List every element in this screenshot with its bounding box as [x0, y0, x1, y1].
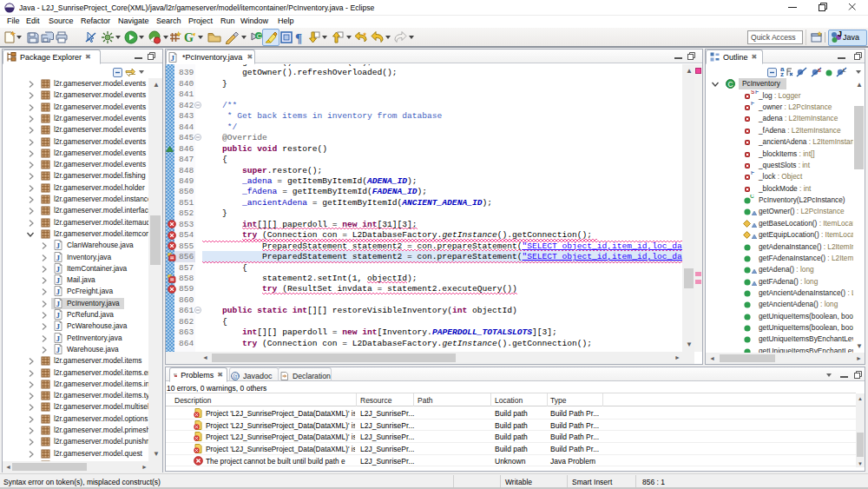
svg-text:J: J: [56, 276, 61, 285]
svg-text:J: J: [56, 287, 61, 296]
svg-text:J: J: [56, 299, 61, 307]
svg-text:¶: ¶: [295, 31, 302, 44]
svg-text:J: J: [56, 241, 61, 250]
svg-text:J: J: [56, 345, 61, 354]
svg-text:J: J: [171, 54, 175, 63]
svg-text:C: C: [728, 80, 733, 89]
svg-text:S: S: [818, 68, 821, 73]
svg-text:J: J: [56, 311, 61, 320]
svg-text:J: J: [56, 334, 61, 342]
svg-text:J: J: [56, 322, 61, 331]
svg-text:C: C: [257, 32, 262, 40]
svg-text:J: J: [56, 264, 61, 273]
svg-text:J: J: [56, 253, 61, 261]
svg-text:G: G: [184, 31, 194, 44]
svg-text:J: J: [838, 30, 842, 38]
svg-text:L: L: [843, 68, 846, 73]
